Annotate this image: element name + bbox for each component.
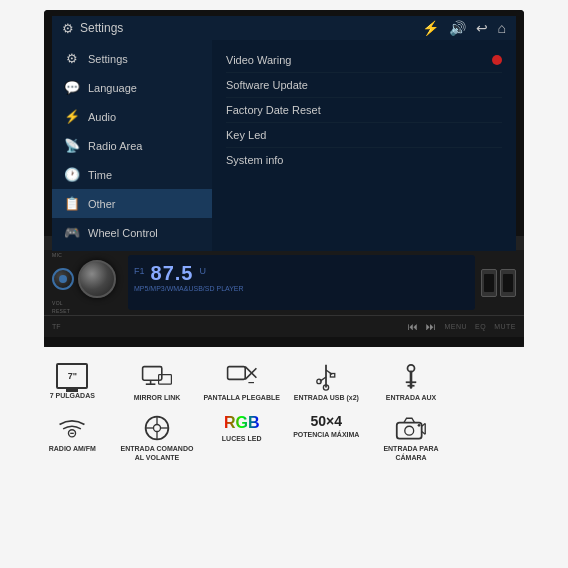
feature-rgb-label: LUCES LED xyxy=(222,435,262,443)
feature-radio: RADIO AM/FM xyxy=(30,410,115,466)
menu-label-other: Other xyxy=(88,198,116,210)
menu-item-radio[interactable]: 📡 Radio Area xyxy=(52,131,212,160)
right-item-video[interactable]: Video Waring xyxy=(226,48,502,73)
menu-label-radio: Radio Area xyxy=(88,140,142,152)
feature-pantalla: PANTALLA PLEGABLE xyxy=(199,359,284,406)
radio-icon xyxy=(56,414,88,442)
prev-button[interactable]: ⏮ xyxy=(408,321,418,332)
svg-rect-4 xyxy=(227,367,245,380)
menu-item-settings[interactable]: ⚙ Settings xyxy=(52,44,212,73)
next-button[interactable]: ⏭ xyxy=(426,321,436,332)
right-item-keyled[interactable]: Key Led xyxy=(226,123,502,148)
menu-item-audio[interactable]: ⚡ Audio xyxy=(52,102,212,131)
mute-ctrl-label[interactable]: MUTE xyxy=(494,323,516,330)
video-waring-label: Video Waring xyxy=(226,54,291,66)
back-icon: ↩ xyxy=(476,20,488,36)
player-display-screen: F1 87.5 U MP5/MP3/WMA&USB/SD PLAYER xyxy=(128,255,475,310)
freq-prefix: F1 xyxy=(134,266,145,276)
eq-ctrl-label[interactable]: EQ xyxy=(475,323,486,330)
factory-reset-label: Factory Date Reset xyxy=(226,104,321,116)
right-content: Video Waring Software Update Factory Dat… xyxy=(212,40,516,251)
mode-knob[interactable] xyxy=(52,268,74,290)
feature-aux-label: ENTRADA AUX xyxy=(386,394,436,402)
feature-aux: ENTRADA AUX xyxy=(369,359,454,406)
player-panel: MIC VOL RESET F1 87.5 U MP5/MP3/WMA&USB/… xyxy=(44,250,524,315)
feature-potencia-label: POTENCIA MÁXIMA xyxy=(293,431,359,439)
other-icon: 📋 xyxy=(64,196,80,211)
menu-label-time: Time xyxy=(88,169,112,181)
volume-knob[interactable] xyxy=(78,260,116,298)
display: ⚙ Settings ⚡ 🔊 ↩ ⌂ ⚙ xyxy=(52,16,516,236)
product-container: ⚙ Settings ⚡ 🔊 ↩ ⌂ ⚙ xyxy=(0,0,568,568)
frequency-display: 87.5 xyxy=(151,263,194,283)
svg-line-6 xyxy=(245,368,256,379)
svg-line-5 xyxy=(245,367,256,378)
eq-icon: ⚡ xyxy=(422,20,439,36)
usb-port-2-inner xyxy=(503,274,513,292)
audio-icon: ⚡ xyxy=(64,109,80,124)
wheel-icon: 🎮 xyxy=(64,225,80,240)
mode-knob-inner xyxy=(59,275,67,283)
menu-label-language: Language xyxy=(88,82,137,94)
freq-suffix: U xyxy=(199,266,206,276)
menu-label-settings: Settings xyxy=(88,53,128,65)
svg-point-27 xyxy=(405,427,414,436)
screen-bezel: ⚙ Settings ⚡ 🔊 ↩ ⌂ ⚙ xyxy=(44,10,524,236)
feature-camara-label: ENTRADA PARA CÁMARA xyxy=(371,445,452,462)
usb-port-1-inner xyxy=(484,274,494,292)
menu-item-language[interactable]: 💬 Language xyxy=(52,73,212,102)
left-menu: ⚙ Settings 💬 Language ⚡ Audio 📡 xyxy=(52,40,212,251)
right-item-software[interactable]: Software Update xyxy=(226,73,502,98)
feature-7-inch: 7" 7 PULGADAS xyxy=(30,359,115,406)
player-left-controls: MIC VOL RESET xyxy=(52,252,122,314)
usb-ports xyxy=(481,269,516,297)
control-bar-left: TF xyxy=(52,323,61,330)
control-bar: TF ⏮ ⏭ MENU EQ MUTE xyxy=(44,315,524,337)
screen-unit: ⚙ Settings ⚡ 🔊 ↩ ⌂ ⚙ xyxy=(44,10,524,347)
feature-rgb: RGB LUCES LED xyxy=(199,410,284,466)
features-row-2: RADIO AM/FM ENTRADA COMANDO AL VOLANTE R… xyxy=(20,410,548,466)
player-right xyxy=(481,269,516,297)
mic-label: MIC xyxy=(52,252,122,258)
usb-port-1 xyxy=(481,269,497,297)
usb-port-2 xyxy=(500,269,516,297)
control-bar-right: ⏮ ⏭ MENU EQ MUTE xyxy=(408,321,516,332)
svg-point-28 xyxy=(418,424,421,427)
settings-label: Settings xyxy=(80,21,123,35)
svg-point-13 xyxy=(317,379,321,383)
time-icon: 🕐 xyxy=(64,167,80,182)
menu-label-audio: Audio xyxy=(88,111,116,123)
feature-usb-label: ENTRADA USB (x2) xyxy=(294,394,359,402)
menu-item-other[interactable]: 📋 Other xyxy=(52,189,212,218)
rgb-icon: RGB xyxy=(224,414,260,432)
volume-icon: 🔊 xyxy=(449,20,466,36)
aux-icon xyxy=(395,363,427,391)
menu-ctrl-label[interactable]: MENU xyxy=(444,323,467,330)
feature-camara: ENTRADA PARA CÁMARA xyxy=(369,410,454,466)
display-content: ⚙ Settings 💬 Language ⚡ Audio 📡 xyxy=(52,40,516,251)
feature-mirror-label: MIRROR LINK xyxy=(134,394,181,402)
vol-label: VOL xyxy=(52,300,122,306)
feature-radio-label: RADIO AM/FM xyxy=(49,445,96,453)
right-item-sysinfo[interactable]: System info xyxy=(226,148,502,172)
camara-icon xyxy=(395,414,427,442)
usb-icon xyxy=(310,363,342,391)
radio-menu-icon: 📡 xyxy=(64,138,80,153)
menu-label-wheel: Wheel Control xyxy=(88,227,158,239)
red-dot-indicator xyxy=(492,55,502,65)
feature-usb: ENTRADA USB (x2) xyxy=(284,359,369,406)
menu-item-time[interactable]: 🕐 Time xyxy=(52,160,212,189)
settings-menu-icon: ⚙ xyxy=(64,51,80,66)
knob-container xyxy=(52,260,122,298)
feature-spacer-2 xyxy=(453,410,538,466)
mirror-link-icon xyxy=(141,363,173,391)
feature-7-label: 7 PULGADAS xyxy=(50,392,95,400)
pantalla-icon xyxy=(226,363,258,391)
features-row-1: 7" 7 PULGADAS MIRROR LINK PANTALLA PLEGA… xyxy=(20,359,548,406)
feature-volante-label: ENTRADA COMANDO AL VOLANTE xyxy=(117,445,198,462)
menu-item-wheel[interactable]: 🎮 Wheel Control xyxy=(52,218,212,247)
right-item-factory[interactable]: Factory Date Reset xyxy=(226,98,502,123)
home-icon: ⌂ xyxy=(498,20,506,36)
feature-spacer-1 xyxy=(453,359,538,406)
feature-potencia: 50×4 POTENCIA MÁXIMA xyxy=(284,410,369,466)
